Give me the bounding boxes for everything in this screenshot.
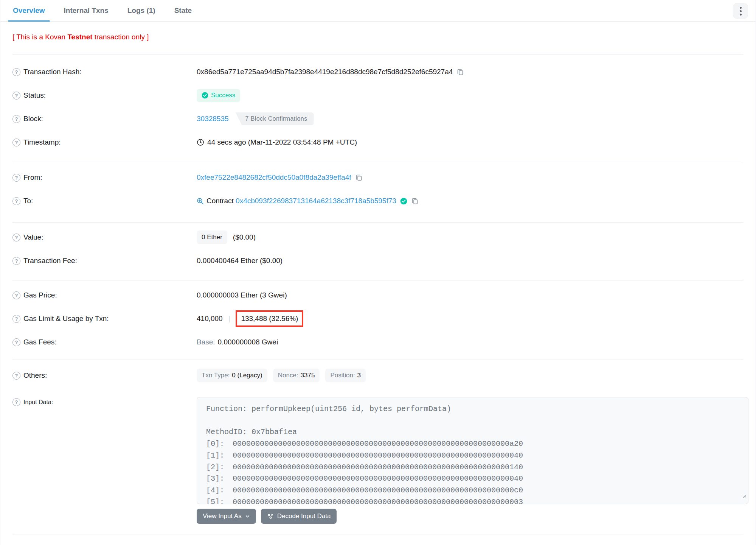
decode-input-data-button[interactable]: Decode Input Data bbox=[261, 509, 337, 524]
nonce-badge: Nonce: 3375 bbox=[273, 369, 320, 382]
value-label: Value: bbox=[23, 233, 43, 241]
to-address-link[interactable]: 0x4cb093f226983713164a62138c3f718a5b595f… bbox=[236, 197, 396, 205]
help-icon[interactable]: ? bbox=[12, 174, 20, 182]
gas-fees-label: Gas Fees: bbox=[23, 338, 57, 346]
input-word-row: [1]:000000000000000000000000000000000000… bbox=[206, 450, 739, 462]
row-timestamp: ? Timestamp: 44 secs ago (Mar-11-2022 03… bbox=[0, 131, 756, 154]
timestamp-label: Timestamp: bbox=[23, 138, 61, 146]
nonce-label: Nonce: bbox=[278, 372, 298, 379]
block-confirmations-badge: 7 Block Confirmations bbox=[236, 112, 314, 125]
status-label: Status: bbox=[23, 91, 46, 100]
help-icon[interactable]: ? bbox=[12, 315, 20, 323]
from-label: From: bbox=[23, 173, 42, 182]
tab-overview[interactable]: Overview bbox=[8, 0, 50, 21]
help-icon[interactable]: ? bbox=[12, 115, 20, 123]
input-methodid-line: MethodID: 0x7bbaf1ea bbox=[206, 427, 739, 438]
help-icon[interactable]: ? bbox=[12, 139, 20, 146]
help-icon[interactable]: ? bbox=[12, 68, 20, 76]
txn-type-badge: Txn Type: 0 (Legacy) bbox=[197, 369, 267, 382]
magnifier-plus-icon[interactable] bbox=[197, 198, 204, 205]
help-icon[interactable]: ? bbox=[12, 338, 20, 346]
input-word-row: [4]:000000000000000000000000000000000000… bbox=[206, 485, 739, 497]
txn-type-value: 0 (Legacy) bbox=[232, 372, 262, 379]
position-badge: Position: 3 bbox=[325, 369, 366, 382]
notice-suffix: transaction only ] bbox=[93, 33, 149, 41]
gas-separator: | bbox=[228, 315, 230, 323]
help-icon[interactable]: ? bbox=[12, 372, 20, 380]
view-input-as-label: View Input As bbox=[203, 512, 242, 520]
section-value-fee: ? Value: 0 Ether ($0.00) ? Transaction F… bbox=[0, 223, 756, 280]
row-to: ? To: Contract 0x4cb093f226983713164a621… bbox=[0, 189, 756, 213]
verified-check-icon bbox=[400, 198, 407, 205]
status-badge: Success bbox=[197, 89, 240, 102]
section-gas: ? Gas Price: 0.000000003 Ether (3 Gwei) … bbox=[0, 280, 756, 360]
resize-grip-icon[interactable] bbox=[741, 491, 747, 503]
decode-icon bbox=[267, 513, 274, 520]
to-contract-word: Contract bbox=[206, 197, 234, 205]
copy-icon[interactable] bbox=[456, 68, 464, 76]
row-gas-price: ? Gas Price: 0.000000003 Ether (3 Gwei) bbox=[0, 283, 756, 307]
value-usd: ($0.00) bbox=[233, 233, 256, 241]
status-value: Success bbox=[211, 92, 235, 99]
notice-bold: Testnet bbox=[67, 33, 92, 41]
check-circle-icon bbox=[202, 92, 208, 99]
row-transaction-hash: ? Transaction Hash: 0x86ed5a771e725aa94d… bbox=[0, 60, 756, 84]
tab-state[interactable]: State bbox=[169, 0, 197, 21]
chevron-down-icon bbox=[245, 514, 250, 519]
gas-usage-value: 133,488 (32.56%) bbox=[241, 315, 298, 323]
divider bbox=[12, 534, 744, 534]
input-data-textarea[interactable]: Function: performUpkeep(uint256 id, byte… bbox=[197, 397, 748, 504]
tab-internal-txns[interactable]: Internal Txns bbox=[59, 0, 113, 21]
transaction-hash-value: 0x86ed5a771e725aa94d5b7fa2398e4419e216d8… bbox=[197, 68, 453, 76]
block-label: Block: bbox=[23, 115, 43, 123]
gas-price-label: Gas Price: bbox=[23, 291, 57, 299]
tab-logs[interactable]: Logs (1) bbox=[123, 0, 160, 21]
copy-icon[interactable] bbox=[411, 197, 419, 205]
input-word-row: [5]:000000000000000000000000000000000000… bbox=[206, 497, 739, 504]
decode-input-data-label: Decode Input Data bbox=[277, 512, 331, 520]
block-number-link[interactable]: 30328535 bbox=[197, 115, 229, 123]
ether-value-badge: 0 Ether bbox=[197, 230, 227, 244]
section-others-input: ? Others: Txn Type: 0 (Legacy) Nonce: 33… bbox=[0, 360, 756, 534]
help-icon[interactable]: ? bbox=[12, 291, 20, 299]
timestamp-value: 44 secs ago (Mar-11-2022 03:54:48 PM +UT… bbox=[207, 138, 357, 146]
row-from: ? From: 0xfee7522e8482682cf50ddc50a0f8da… bbox=[0, 166, 756, 189]
gas-usage-highlight-box: 133,488 (32.56%) bbox=[236, 310, 303, 327]
row-transaction-fee: ? Transaction Fee: 0.000400464 Ether ($0… bbox=[0, 249, 756, 272]
row-others: ? Others: Txn Type: 0 (Legacy) Nonce: 33… bbox=[0, 364, 756, 387]
nonce-value: 3375 bbox=[301, 372, 315, 379]
gas-base-value: 0.000000008 Gwei bbox=[218, 338, 278, 346]
view-input-as-button[interactable]: View Input As bbox=[197, 509, 256, 524]
notice-prefix: [ This is a Kovan bbox=[12, 33, 67, 41]
more-options-button[interactable] bbox=[733, 3, 748, 19]
others-label: Others: bbox=[23, 371, 47, 380]
transaction-fee-value: 0.000400464 Ether ($0.00) bbox=[197, 257, 283, 265]
gas-base-label: Base: bbox=[197, 338, 215, 346]
help-icon[interactable]: ? bbox=[12, 257, 20, 265]
help-icon[interactable]: ? bbox=[12, 234, 20, 241]
input-data-label: Input Data: bbox=[23, 399, 53, 406]
input-function-line: Function: performUpkeep(uint256 id, byte… bbox=[206, 403, 739, 415]
row-value: ? Value: 0 Ether ($0.00) bbox=[0, 226, 756, 249]
transaction-fee-label: Transaction Fee: bbox=[23, 257, 77, 265]
row-input-data: ? Input Data: Function: performUpkeep(ui… bbox=[0, 397, 756, 504]
input-word-row: [3]:000000000000000000000000000000000000… bbox=[206, 473, 739, 485]
input-word-row: [2]:000000000000000000000000000000000000… bbox=[206, 462, 739, 473]
help-icon[interactable]: ? bbox=[12, 197, 20, 205]
from-address-link[interactable]: 0xfee7522e8482682cf50ddc50a0f8da2a39effa… bbox=[197, 173, 351, 182]
section-hash-status-block-time: ? Transaction Hash: 0x86ed5a771e725aa94d… bbox=[0, 54, 756, 163]
input-actions: View Input As Decode Input Data bbox=[0, 509, 756, 524]
copy-icon[interactable] bbox=[355, 174, 363, 181]
tab-bar: Overview Internal Txns Logs (1) State bbox=[0, 0, 756, 22]
row-block: ? Block: 30328535 7 Block Confirmations bbox=[0, 107, 756, 131]
txn-type-label: Txn Type: bbox=[202, 372, 230, 379]
row-status: ? Status: Success bbox=[0, 84, 756, 107]
row-gas-fees: ? Gas Fees: Base: 0.000000008 Gwei bbox=[0, 330, 756, 354]
transaction-overview-card: Overview Internal Txns Logs (1) State [ … bbox=[0, 0, 756, 545]
position-label: Position: bbox=[330, 372, 355, 379]
row-gas-limit-usage: ? Gas Limit & Usage by Txn: 410,000 | 13… bbox=[0, 307, 756, 330]
help-icon[interactable]: ? bbox=[12, 398, 20, 406]
help-icon[interactable]: ? bbox=[12, 92, 20, 100]
gas-limit-label: Gas Limit & Usage by Txn: bbox=[23, 315, 109, 323]
position-value: 3 bbox=[357, 372, 361, 379]
